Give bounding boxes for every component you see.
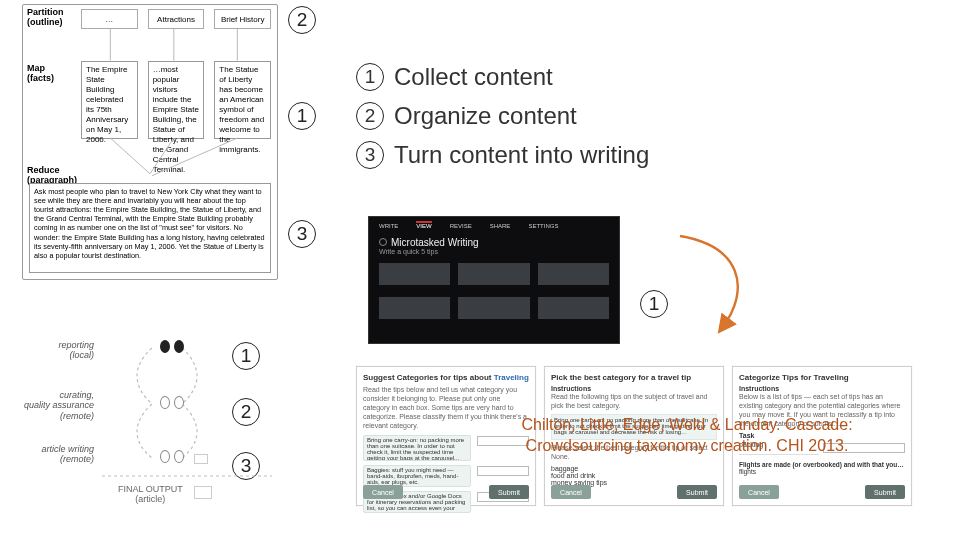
pipe-arrows xyxy=(82,326,292,522)
tip-text: Bring one carry-on: no packing more than… xyxy=(363,435,471,461)
micro-title-text: Microtasked Writing xyxy=(391,237,479,248)
pipeline-figure: reporting (local) curating, quality assu… xyxy=(82,326,292,522)
partition-label: Partition (outline) xyxy=(27,7,64,27)
cancel-button[interactable]: Cancel xyxy=(739,485,779,499)
diagram-map-reduce: Partition (outline) … Attractions Brief … xyxy=(22,4,278,280)
citation: Chilton, Little, Edge, Weld & Landay. Ca… xyxy=(472,415,902,457)
opt[interactable]: baggage xyxy=(551,465,717,472)
submit-button[interactable]: Submit xyxy=(677,485,717,499)
circ-num-2a: 2 xyxy=(288,6,316,34)
cancel-button[interactable]: Cancel xyxy=(363,485,403,499)
pipe-final: FINAL OUTPUT (article) xyxy=(118,484,183,504)
circ-num-1b: 1 xyxy=(288,102,316,130)
tab-settings: SETTINGS xyxy=(528,221,558,229)
micro-title: Microtasked Writing xyxy=(369,233,619,248)
form-title: Categorize Tips for Traveling xyxy=(739,373,905,382)
map-label: Map (facts) xyxy=(27,63,54,83)
person-icon xyxy=(160,396,170,409)
micro-sub: Write a quick 5 tips xyxy=(369,248,619,259)
map-cell-0: The Empire State Building celebrated its… xyxy=(81,61,138,139)
svg-line-3 xyxy=(110,138,150,174)
person-icon xyxy=(174,450,184,463)
page-icon xyxy=(194,486,212,499)
micro-cell xyxy=(458,297,529,319)
submit-button[interactable]: Submit xyxy=(865,485,905,499)
form-sub: Read the following tips on the subject o… xyxy=(551,392,717,410)
micro-cell xyxy=(538,297,609,319)
cat-input[interactable] xyxy=(477,466,529,476)
micro-cell xyxy=(379,297,450,319)
cancel-button[interactable]: Cancel xyxy=(551,485,591,499)
map-cell-1: …most popular visitors include the Empir… xyxy=(148,61,205,139)
key-num-3: 3 xyxy=(356,141,384,169)
bullet-icon xyxy=(379,238,387,246)
form-title: Suggest Categories for tips about Travel… xyxy=(363,373,529,382)
key-num-1: 1 xyxy=(356,63,384,91)
key-text-1: Collect content xyxy=(394,58,553,95)
map-cell-2: The Statue of Liberty has become an Amer… xyxy=(214,61,271,139)
curve-arrow-icon xyxy=(660,228,760,338)
person-icon xyxy=(174,396,184,409)
reduce-paragraph: Ask most people who plan to travel to Ne… xyxy=(29,183,271,273)
tab-revise: REVISE xyxy=(450,221,472,229)
key-num-2: 2 xyxy=(356,102,384,130)
rule-sub: flights xyxy=(739,468,905,475)
person-icon xyxy=(160,340,170,353)
submit-button[interactable]: Submit xyxy=(489,485,529,499)
form-h2: Instructions xyxy=(551,385,717,392)
micro-cell xyxy=(538,263,609,285)
form-h2: Instructions xyxy=(739,385,905,392)
person-icon xyxy=(174,340,184,353)
tab-write: WRITE xyxy=(379,221,398,229)
page-icon xyxy=(194,454,208,464)
outline-col-0: … xyxy=(81,9,138,29)
reduce-label: Reduce (paragraph) xyxy=(27,165,77,185)
outline-col-1: Attractions xyxy=(148,9,205,29)
micro-cell xyxy=(458,263,529,285)
key-list: 1Collect content 2Organize content 3Turn… xyxy=(356,56,649,176)
person-icon xyxy=(160,450,170,463)
tab-view: VIEW xyxy=(416,221,431,229)
outline-col-2: Brief History xyxy=(214,9,271,29)
microtask-panel: WRITE VIEW REVISE SHARE SETTINGS Microta… xyxy=(368,216,620,344)
key-text-2: Organize content xyxy=(394,97,577,134)
rule-head: Flights are made (or overbooked) and wit… xyxy=(739,461,905,468)
key-text-3: Turn content into writing xyxy=(394,136,649,173)
opt[interactable]: food and drink xyxy=(551,472,717,479)
form-title: Pick the best category for a travel tip xyxy=(551,373,717,382)
micro-cell xyxy=(379,263,450,285)
topic-link: Traveling xyxy=(494,373,529,382)
micro-tabs: WRITE VIEW REVISE SHARE SETTINGS xyxy=(369,217,619,233)
tab-share: SHARE xyxy=(490,221,511,229)
circ-num-3c: 3 xyxy=(288,220,316,248)
